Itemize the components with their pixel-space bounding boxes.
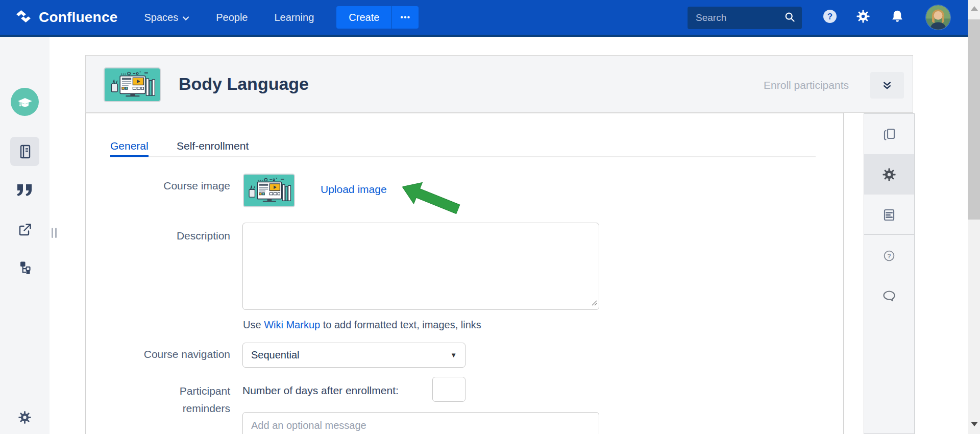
sidebar-item-quotes[interactable] xyxy=(10,176,39,205)
svg-text:?: ? xyxy=(827,12,832,21)
strip-help-button[interactable]: ? xyxy=(864,235,914,276)
space-logo-learning[interactable] xyxy=(11,88,39,116)
copy-pages-button[interactable] xyxy=(864,114,914,154)
course-image-label: Course image xyxy=(118,180,230,192)
question-circle-icon: ? xyxy=(881,248,897,263)
course-outline-button[interactable] xyxy=(864,195,914,235)
sidebar-item-external-link[interactable] xyxy=(10,215,39,244)
help-button[interactable]: ? xyxy=(820,7,840,28)
brand-name: Confluence xyxy=(39,9,117,26)
scroll-up-arrow[interactable] xyxy=(971,6,978,11)
course-header-card: Body Language Enroll participants xyxy=(85,55,913,113)
days-after-enrollment-input[interactable] xyxy=(432,377,465,402)
course-navigation-select[interactable]: Sequential ▼ xyxy=(242,343,465,368)
description-textarea[interactable] xyxy=(242,223,599,310)
sidebar-settings-button[interactable] xyxy=(10,403,39,432)
nav-people-label: People xyxy=(216,12,248,23)
avatar-image xyxy=(926,5,950,30)
scroll-down-arrow[interactable] xyxy=(971,422,978,426)
hint-prefix: Use xyxy=(243,319,264,330)
days-after-enrollment-label: Number of days after enrollment: xyxy=(242,384,399,397)
gear-icon xyxy=(17,410,32,425)
tabs-divider xyxy=(110,156,816,157)
quote-icon xyxy=(15,183,35,198)
copy-icon xyxy=(881,126,897,142)
chevron-down-icon xyxy=(182,12,189,23)
search-icon[interactable] xyxy=(783,11,796,25)
course-image-preview xyxy=(243,174,295,207)
scrollbar-thumb[interactable] xyxy=(968,19,980,220)
user-avatar[interactable] xyxy=(926,5,950,30)
course-illustration xyxy=(105,68,160,101)
external-link-icon xyxy=(17,222,33,238)
top-navbar: Confluence Spaces People Learning Create… xyxy=(0,0,980,37)
strip-divider xyxy=(864,234,914,235)
left-sidebar xyxy=(0,37,50,434)
svg-text:?: ? xyxy=(887,252,891,259)
wiki-markup-hint: Use Wiki Markup to add formatted text, i… xyxy=(243,319,481,331)
participant-reminders-label: Participant reminders xyxy=(169,382,230,417)
nav-learning-label: Learning xyxy=(274,12,314,23)
course-thumbnail xyxy=(104,67,161,102)
upload-image-link[interactable]: Upload image xyxy=(321,183,387,196)
gear-icon xyxy=(881,167,897,182)
help-icon: ? xyxy=(822,8,838,27)
create-more-button[interactable]: ••• xyxy=(391,6,419,29)
double-chevron-down-icon xyxy=(880,79,894,92)
sidebar-item-hierarchy[interactable] xyxy=(10,253,39,282)
nav-people[interactable]: People xyxy=(216,12,248,23)
bell-icon xyxy=(890,9,905,26)
course-settings-panel: General Self-enrollment Course image xyxy=(85,113,844,434)
comment-bubble-icon xyxy=(881,287,897,304)
course-navigation-value: Sequential xyxy=(251,349,450,361)
optional-message-input[interactable] xyxy=(242,412,599,434)
nav-spaces[interactable]: Spaces xyxy=(144,12,189,23)
wiki-markup-link[interactable]: Wiki Markup xyxy=(264,319,320,330)
select-dropdown-arrow: ▼ xyxy=(450,351,457,359)
page-title: Body Language xyxy=(179,74,309,94)
course-settings-button[interactable] xyxy=(864,154,914,195)
sidebar-resize-handle[interactable] xyxy=(52,228,57,238)
graduation-cap-icon xyxy=(16,93,34,111)
search-input[interactable] xyxy=(696,12,783,23)
nav-learning[interactable]: Learning xyxy=(274,12,314,23)
right-tool-strip: ? xyxy=(864,113,915,434)
expand-actions-button[interactable] xyxy=(870,72,904,99)
document-icon xyxy=(17,143,33,160)
annotation-arrow xyxy=(400,185,462,216)
enroll-participants-label: Enroll participants xyxy=(714,79,849,91)
tab-self-enrollment[interactable]: Self-enrollment xyxy=(177,140,249,152)
settings-button[interactable] xyxy=(853,7,873,28)
course-illustration xyxy=(244,175,294,206)
form-fields-icon xyxy=(881,207,897,223)
vertical-scrollbar xyxy=(968,0,980,434)
confluence-window: Confluence Spaces People Learning Create… xyxy=(0,0,980,434)
sidebar-item-pages[interactable] xyxy=(10,137,39,166)
active-tab-underline xyxy=(110,155,149,157)
confluence-logo-icon xyxy=(14,8,33,27)
nav-spaces-label: Spaces xyxy=(144,12,178,23)
confluence-home-link[interactable]: Confluence xyxy=(14,8,117,27)
description-label: Description xyxy=(118,230,230,242)
notifications-button[interactable] xyxy=(887,7,908,28)
course-navigation-label: Course navigation xyxy=(118,348,230,360)
gear-icon xyxy=(855,9,871,26)
strip-feedback-button[interactable] xyxy=(864,275,914,316)
search-box[interactable] xyxy=(688,7,802,29)
hint-suffix: to add formatted text, images, links xyxy=(320,319,481,330)
create-button[interactable]: Create xyxy=(336,6,391,29)
tab-general[interactable]: General xyxy=(110,140,149,152)
tree-structure-icon xyxy=(17,259,33,276)
